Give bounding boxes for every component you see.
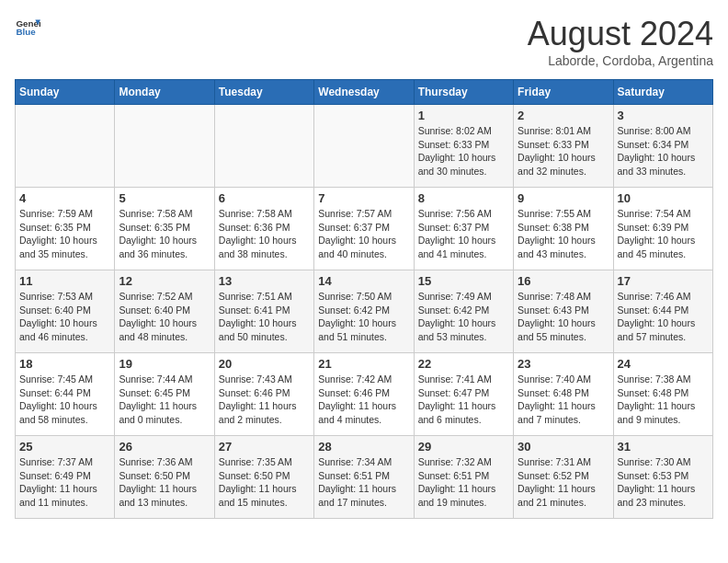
- calendar-cell: 8Sunrise: 7:56 AM Sunset: 6:37 PM Daylig…: [414, 188, 513, 270]
- day-info: Sunrise: 7:49 AM Sunset: 6:42 PM Dayligh…: [418, 290, 509, 344]
- title-block: August 2024 Laborde, Cordoba, Argentina: [528, 15, 713, 68]
- calendar-cell: 12Sunrise: 7:52 AM Sunset: 6:40 PM Dayli…: [115, 270, 214, 353]
- calendar-cell: 2Sunrise: 8:01 AM Sunset: 6:33 PM Daylig…: [514, 105, 613, 188]
- calendar-week-2: 4Sunrise: 7:59 AM Sunset: 6:35 PM Daylig…: [16, 188, 713, 270]
- day-number: 30: [518, 440, 609, 454]
- calendar-cell: 26Sunrise: 7:36 AM Sunset: 6:50 PM Dayli…: [115, 436, 214, 519]
- day-info: Sunrise: 7:40 AM Sunset: 6:48 PM Dayligh…: [518, 373, 609, 427]
- day-number: 31: [618, 440, 709, 454]
- day-number: 10: [618, 191, 709, 205]
- day-number: 27: [219, 440, 310, 454]
- calendar-cell: 20Sunrise: 7:43 AM Sunset: 6:46 PM Dayli…: [214, 353, 313, 436]
- day-number: 15: [418, 274, 509, 288]
- weekday-header-wednesday: Wednesday: [314, 80, 414, 105]
- day-info: Sunrise: 7:53 AM Sunset: 6:40 PM Dayligh…: [19, 290, 110, 344]
- day-number: 3: [618, 109, 709, 122]
- calendar-cell: 1Sunrise: 8:02 AM Sunset: 6:33 PM Daylig…: [414, 105, 513, 188]
- day-number: 1: [418, 109, 509, 122]
- calendar-cell: [214, 105, 313, 188]
- calendar-week-4: 18Sunrise: 7:45 AM Sunset: 6:44 PM Dayli…: [16, 353, 713, 436]
- calendar-cell: [16, 105, 115, 188]
- day-number: 4: [19, 191, 110, 205]
- day-number: 28: [318, 440, 409, 454]
- day-info: Sunrise: 7:51 AM Sunset: 6:41 PM Dayligh…: [219, 290, 310, 344]
- calendar-cell: 18Sunrise: 7:45 AM Sunset: 6:44 PM Dayli…: [16, 353, 115, 436]
- calendar-cell: 25Sunrise: 7:37 AM Sunset: 6:49 PM Dayli…: [16, 436, 115, 519]
- calendar-cell: 23Sunrise: 7:40 AM Sunset: 6:48 PM Dayli…: [514, 353, 613, 436]
- calendar-title: August 2024: [528, 15, 713, 53]
- day-info: Sunrise: 7:35 AM Sunset: 6:50 PM Dayligh…: [219, 455, 310, 510]
- calendar-cell: 7Sunrise: 7:57 AM Sunset: 6:37 PM Daylig…: [314, 188, 414, 270]
- calendar-cell: 13Sunrise: 7:51 AM Sunset: 6:41 PM Dayli…: [214, 270, 313, 353]
- calendar-cell: 21Sunrise: 7:42 AM Sunset: 6:46 PM Dayli…: [314, 353, 414, 436]
- logo: General Blue: [15, 15, 40, 40]
- calendar-cell: 4Sunrise: 7:59 AM Sunset: 6:35 PM Daylig…: [16, 188, 115, 270]
- calendar-cell: 24Sunrise: 7:38 AM Sunset: 6:48 PM Dayli…: [613, 353, 712, 436]
- day-number: 20: [219, 357, 310, 371]
- calendar-cell: 31Sunrise: 7:30 AM Sunset: 6:53 PM Dayli…: [613, 436, 712, 519]
- day-number: 2: [518, 109, 609, 122]
- calendar-cell: 17Sunrise: 7:46 AM Sunset: 6:44 PM Dayli…: [613, 270, 712, 353]
- calendar-cell: 6Sunrise: 7:58 AM Sunset: 6:36 PM Daylig…: [214, 188, 313, 270]
- day-number: 23: [518, 357, 609, 371]
- weekday-header-thursday: Thursday: [414, 80, 513, 105]
- day-number: 26: [119, 440, 210, 454]
- day-info: Sunrise: 7:37 AM Sunset: 6:49 PM Dayligh…: [19, 455, 110, 510]
- day-info: Sunrise: 7:55 AM Sunset: 6:38 PM Dayligh…: [518, 207, 609, 261]
- calendar-week-5: 25Sunrise: 7:37 AM Sunset: 6:49 PM Dayli…: [16, 436, 713, 519]
- day-number: 14: [318, 274, 409, 288]
- day-number: 6: [219, 191, 310, 205]
- weekday-header-tuesday: Tuesday: [214, 80, 313, 105]
- calendar-cell: 16Sunrise: 7:48 AM Sunset: 6:43 PM Dayli…: [514, 270, 613, 353]
- day-info: Sunrise: 7:48 AM Sunset: 6:43 PM Dayligh…: [518, 290, 609, 344]
- day-number: 16: [518, 274, 609, 288]
- day-info: Sunrise: 7:58 AM Sunset: 6:36 PM Dayligh…: [219, 207, 310, 261]
- day-info: Sunrise: 8:00 AM Sunset: 6:34 PM Dayligh…: [618, 124, 709, 178]
- day-info: Sunrise: 7:46 AM Sunset: 6:44 PM Dayligh…: [618, 290, 709, 344]
- day-number: 29: [418, 440, 509, 454]
- calendar-cell: 10Sunrise: 7:54 AM Sunset: 6:39 PM Dayli…: [613, 188, 712, 270]
- calendar-cell: 9Sunrise: 7:55 AM Sunset: 6:38 PM Daylig…: [514, 188, 613, 270]
- day-info: Sunrise: 8:02 AM Sunset: 6:33 PM Dayligh…: [418, 124, 509, 178]
- calendar-cell: 28Sunrise: 7:34 AM Sunset: 6:51 PM Dayli…: [314, 436, 414, 519]
- day-number: 24: [618, 357, 709, 371]
- day-info: Sunrise: 7:34 AM Sunset: 6:51 PM Dayligh…: [318, 455, 409, 510]
- logo-icon: General Blue: [15, 15, 40, 40]
- svg-text:Blue: Blue: [16, 27, 36, 37]
- day-number: 11: [19, 274, 110, 288]
- day-info: Sunrise: 7:45 AM Sunset: 6:44 PM Dayligh…: [19, 373, 110, 427]
- day-info: Sunrise: 7:54 AM Sunset: 6:39 PM Dayligh…: [618, 207, 709, 261]
- day-number: 12: [119, 274, 210, 288]
- calendar-cell: 22Sunrise: 7:41 AM Sunset: 6:47 PM Dayli…: [414, 353, 513, 436]
- day-number: 5: [119, 191, 210, 205]
- calendar-cell: 11Sunrise: 7:53 AM Sunset: 6:40 PM Dayli…: [16, 270, 115, 353]
- day-info: Sunrise: 7:57 AM Sunset: 6:37 PM Dayligh…: [318, 207, 409, 261]
- page-header: General Blue August 2024 Laborde, Cordob…: [15, 15, 713, 68]
- calendar-cell: [314, 105, 414, 188]
- calendar-cell: [115, 105, 214, 188]
- day-number: 22: [418, 357, 509, 371]
- calendar-week-1: 1Sunrise: 8:02 AM Sunset: 6:33 PM Daylig…: [16, 105, 713, 188]
- day-info: Sunrise: 7:41 AM Sunset: 6:47 PM Dayligh…: [418, 373, 509, 427]
- day-number: 17: [618, 274, 709, 288]
- weekday-header-saturday: Saturday: [613, 80, 712, 105]
- day-info: Sunrise: 7:52 AM Sunset: 6:40 PM Dayligh…: [119, 290, 210, 344]
- calendar-table: SundayMondayTuesdayWednesdayThursdayFrid…: [15, 79, 713, 519]
- calendar-cell: 5Sunrise: 7:58 AM Sunset: 6:35 PM Daylig…: [115, 188, 214, 270]
- day-number: 19: [119, 357, 210, 371]
- calendar-week-3: 11Sunrise: 7:53 AM Sunset: 6:40 PM Dayli…: [16, 270, 713, 353]
- day-info: Sunrise: 7:59 AM Sunset: 6:35 PM Dayligh…: [19, 207, 110, 261]
- day-info: Sunrise: 7:30 AM Sunset: 6:53 PM Dayligh…: [618, 455, 709, 510]
- day-number: 9: [518, 191, 609, 205]
- day-number: 8: [418, 191, 509, 205]
- day-number: 13: [219, 274, 310, 288]
- day-number: 21: [318, 357, 409, 371]
- calendar-cell: 14Sunrise: 7:50 AM Sunset: 6:42 PM Dayli…: [314, 270, 414, 353]
- weekday-header-friday: Friday: [514, 80, 613, 105]
- day-info: Sunrise: 7:44 AM Sunset: 6:45 PM Dayligh…: [119, 373, 210, 427]
- calendar-cell: 15Sunrise: 7:49 AM Sunset: 6:42 PM Dayli…: [414, 270, 513, 353]
- day-info: Sunrise: 7:42 AM Sunset: 6:46 PM Dayligh…: [318, 373, 409, 427]
- weekday-header-sunday: Sunday: [16, 80, 115, 105]
- day-info: Sunrise: 7:58 AM Sunset: 6:35 PM Dayligh…: [119, 207, 210, 261]
- calendar-cell: 3Sunrise: 8:00 AM Sunset: 6:34 PM Daylig…: [613, 105, 712, 188]
